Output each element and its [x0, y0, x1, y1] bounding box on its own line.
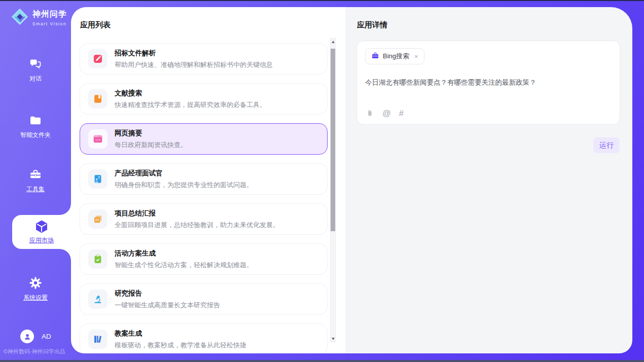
app-card-desc: 帮助用户快速、准确地理解和解析招标书中的关键信息	[115, 60, 273, 69]
app-card-title: 项目总结汇报	[115, 209, 279, 218]
app-icon-tile	[88, 249, 108, 269]
sidebar-item-label: 应用市场	[29, 236, 54, 245]
copyright-text: ©神州数码·神州问学出品	[4, 348, 65, 355]
prompt-input-card[interactable]: Bing搜索 × 今日湖北有哪些新闻要点？有哪些需要关注的最新政策？ @#	[356, 41, 620, 125]
cube-icon	[34, 220, 49, 234]
notes-icon	[92, 213, 103, 225]
app-detail-panel: 应用详情 Bing搜索 × 今日湖北有哪些新闻要点？有哪些需要关注的最新政策？ …	[346, 7, 632, 353]
chip-close-icon[interactable]: ×	[414, 53, 418, 60]
app-card-desc: 明确身份和职责，为您提供专业性的面试问题。	[115, 180, 253, 190]
app-icon-tile	[88, 330, 108, 349]
sidebar-item-0[interactable]: 对话	[0, 57, 71, 83]
app-card[interactable]: 研究报告 一键智能生成高质量长文本研究报告	[80, 283, 328, 315]
scrollbar-thumb[interactable]	[331, 49, 335, 231]
diamond-logo-icon	[10, 7, 29, 28]
chat-icon	[29, 57, 42, 71]
app-card[interactable]: 教案生成 模板驱动，教案秒成，教学准备从此轻松快捷	[80, 323, 328, 353]
active-nav-notch-bottom	[60, 249, 71, 260]
app-card-title: 文献搜索	[115, 89, 266, 98]
app-icon-tile	[88, 89, 108, 108]
app-icon-tile	[88, 289, 108, 309]
sidebar-item-4[interactable]: 系统设置	[0, 276, 71, 302]
sidebar-item-2[interactable]: 工具集	[0, 167, 71, 194]
book-icon	[92, 93, 103, 104]
app-icon-tile	[88, 209, 108, 229]
attachment-toolbar: @#	[366, 108, 404, 118]
clipboard-icon	[92, 254, 103, 265]
app-card-title: 教案生成	[115, 329, 246, 338]
sidebar-item-label: 系统设置	[23, 294, 48, 302]
sidebar-item-label: 对话	[29, 75, 42, 83]
briefcase-icon	[371, 52, 379, 61]
svg-text:</>: </>	[95, 138, 101, 141]
app-card[interactable]: </> 网页摘要 每日政府新闻资讯快查。	[80, 123, 328, 155]
window-top-edge	[0, 0, 644, 1]
toolbox-icon	[29, 167, 42, 182]
user-account[interactable]: AD	[20, 330, 51, 343]
tool-chip-bing-search[interactable]: Bing搜索 ×	[365, 48, 424, 64]
main-content: 应用列表 招标文件解析 帮助用户快速、准确地理解和解析招标书中的关键信息 文献搜…	[71, 7, 632, 353]
scroll-down-arrow-icon[interactable]	[331, 336, 335, 342]
app-card-desc: 快速精准查找学术资源，提高研究效率的必备工具。	[115, 100, 266, 110]
edit-icon	[92, 53, 103, 64]
brand-logo: 神州问学 Smart Vision	[10, 7, 67, 28]
sidebar-item-3[interactable]: 应用市场	[12, 215, 71, 249]
active-nav-notch-top	[60, 204, 71, 215]
run-button[interactable]: 运行	[593, 137, 620, 153]
app-card-title: 活动方案生成	[115, 249, 253, 258]
brand-subtitle: Smart Vision	[32, 21, 67, 26]
app-detail-title: 应用详情	[357, 20, 387, 30]
app-card-desc: 全面回顾项目进展，总结经验教训，助力未来优化发展。	[115, 221, 279, 230]
at-icon[interactable]: @	[382, 108, 391, 118]
app-card-desc: 智能生成个性化活动方案，轻松解决规划难题。	[115, 261, 253, 270]
app-card-title: 产品经理面试官	[115, 169, 253, 178]
browser-icon: </>	[92, 133, 103, 144]
user-avatar-icon	[20, 330, 34, 343]
sidebar-item-1[interactable]: 智能文件夹	[0, 113, 71, 139]
app-icon-tile	[88, 169, 108, 189]
gear-icon	[28, 276, 43, 290]
hash-icon[interactable]: #	[399, 108, 404, 118]
sidebar-item-label: 工具集	[26, 185, 45, 194]
user-initials: AD	[42, 333, 51, 340]
paperclip-icon[interactable]	[366, 109, 374, 118]
query-text[interactable]: 今日湖北有哪些新闻要点？有哪些需要关注的最新政策？	[365, 78, 612, 88]
brand-name: 神州问学	[32, 9, 67, 20]
sidebar: 神州问学 Smart Vision 对话智能文件夹工具集应用市场系统设置 AD …	[0, 1, 71, 360]
microscope-icon	[92, 294, 103, 305]
tool-chip-label: Bing搜索	[383, 52, 409, 61]
app-list-panel: 应用列表 招标文件解析 帮助用户快速、准确地理解和解析招标书中的关键信息 文献搜…	[71, 7, 346, 353]
app-card[interactable]: 招标文件解析 帮助用户快速、准确地理解和解析招标书中的关键信息	[80, 43, 328, 75]
app-card[interactable]: 产品经理面试官 明确身份和职责，为您提供专业性的面试问题。	[80, 163, 328, 195]
app-card-title: 招标文件解析	[115, 49, 273, 58]
app-card-desc: 每日政府新闻资讯快查。	[115, 140, 187, 150]
books-icon	[92, 334, 103, 345]
folder-icon	[29, 113, 42, 127]
app-card-title: 研究报告	[115, 289, 220, 298]
app-card-desc: 模板驱动，教案秒成，教学准备从此轻松快捷	[115, 341, 246, 350]
app-card-title: 网页摘要	[115, 129, 187, 138]
app-list: 招标文件解析 帮助用户快速、准确地理解和解析招标书中的关键信息 文献搜索 快速精…	[80, 43, 328, 353]
app-card[interactable]: 文献搜索 快速精准查找学术资源，提高研究效率的必备工具。	[80, 83, 328, 115]
list-scrollbar[interactable]	[330, 38, 336, 342]
app-icon-tile: </>	[88, 129, 108, 149]
app-card[interactable]: 活动方案生成 智能生成个性化活动方案，轻松解决规划难题。	[80, 243, 328, 275]
app-card[interactable]: 项目总结汇报 全面回顾项目进展，总结经验教训，助力未来优化发展。	[80, 203, 328, 235]
scroll-up-arrow-icon[interactable]	[331, 39, 335, 45]
app-card-desc: 一键智能生成高质量长文本研究报告	[115, 301, 220, 310]
sidebar-item-label: 智能文件夹	[20, 131, 51, 139]
app-list-title: 应用列表	[80, 20, 111, 30]
app-icon-tile	[88, 49, 108, 68]
person-doc-icon	[92, 173, 103, 185]
window-bottom-edge	[0, 360, 644, 362]
